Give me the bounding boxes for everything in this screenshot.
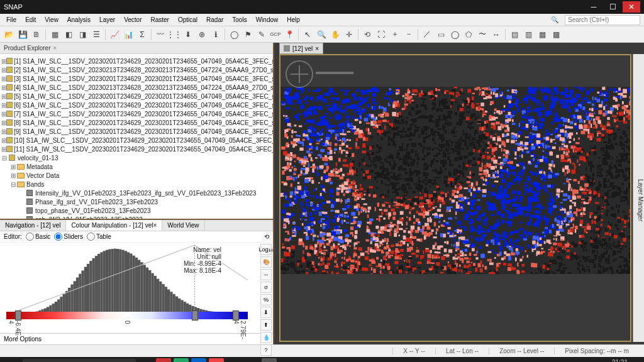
menu-file[interactable]: File (3, 15, 20, 25)
gcp2-icon[interactable]: GCP (269, 28, 282, 41)
export-icon[interactable]: ⬆ (260, 319, 272, 331)
product-node[interactable]: ⊞[6] S1A_IW_SLC__1SDV_20230201T234629_20… (1, 101, 272, 109)
label-icon[interactable]: ✎ (255, 28, 268, 41)
tile4-icon[interactable]: ▩ (550, 28, 562, 41)
pin-icon[interactable]: 📍 (283, 28, 296, 41)
histogram-chart[interactable]: Name: vel Unit: null Min: -8.99E-4 Max: … (6, 245, 248, 310)
app-icon[interactable]: ✉ (191, 358, 206, 362)
minimize-button[interactable]: ─ (585, 1, 602, 13)
product-node-open[interactable]: ⊟velocity_01-13 (1, 153, 272, 162)
tile3-icon[interactable]: ▦ (536, 28, 548, 41)
reset-icon[interactable]: ⟲ (264, 233, 269, 240)
maximize-button[interactable]: ☐ (604, 1, 621, 13)
import-icon[interactable]: ⬇ (260, 307, 272, 318)
tile2-icon[interactable]: ▥ (522, 28, 535, 41)
app-icon[interactable]: ⬤ (262, 358, 277, 362)
editor-basic[interactable]: Basic (26, 233, 50, 241)
menu-optical[interactable]: Optical (174, 15, 201, 25)
chart-icon[interactable]: 📈 (108, 28, 121, 41)
draw-poly-icon[interactable]: ⬠ (462, 28, 475, 41)
zoom-icon[interactable]: 🔍 (315, 28, 328, 41)
flag-icon[interactable]: ⚑ (242, 28, 254, 41)
product-node[interactable]: ⊞[10] S1A_IW_SLC__1SDV_20230201T234629_2… (1, 136, 272, 145)
close-button[interactable]: ✕ (623, 1, 640, 13)
zoomin-icon[interactable]: ＋ (389, 28, 401, 41)
tab-colour-manipulation[interactable]: Colour Manipulation - [12] vel× (66, 220, 162, 231)
layer-manager-tab[interactable]: Layer Manager (633, 54, 644, 342)
log-scale-button[interactable]: Log₁₀ (260, 244, 272, 255)
editor-table[interactable]: Table (87, 233, 111, 241)
folder-metadata[interactable]: ⊞Metadata (1, 162, 272, 171)
product-node[interactable]: ⊞[1] S1A_IW_SLC__1SDV_20230201T234629_20… (1, 57, 272, 65)
band-node[interactable]: Phase_ifg_srd_VV_01Feb2023_13Feb2023 (1, 197, 272, 206)
menu-window[interactable]: Window (252, 15, 282, 25)
menu-radar[interactable]: Radar (203, 15, 227, 25)
product-node[interactable]: ⊞[11] S1A_IW_SLC__1SDV_20230201T234629_2… (1, 145, 272, 153)
app-icon[interactable]: P (156, 358, 171, 362)
menu-view[interactable]: View (41, 15, 62, 25)
close-panel-icon[interactable]: × (53, 45, 57, 52)
folder-vector-data[interactable]: ⊞Vector Data (1, 171, 272, 180)
profile-icon[interactable]: 〰 (154, 28, 167, 41)
draw-free-icon[interactable]: 〜 (476, 28, 489, 41)
open-icon[interactable]: 📂 (3, 28, 15, 41)
layer-icon[interactable]: ◧ (62, 28, 75, 41)
saveall-icon[interactable]: 🗎 (30, 28, 43, 41)
tile1-icon[interactable]: ▤ (508, 28, 521, 41)
product-node[interactable]: ⊞[8] S1A_IW_SLC__1SDV_20230201T234629_20… (1, 118, 272, 127)
sync-icon[interactable]: ⟲ (361, 28, 374, 41)
image-viewport[interactable] (279, 54, 631, 342)
range-icon[interactable]: ↔ (260, 269, 272, 280)
band-node[interactable]: topo_phase_VV_01Feb2023_13Feb2023 (1, 206, 272, 215)
mask-icon[interactable]: ◨ (76, 28, 89, 41)
colour-gradient-slider[interactable] (6, 312, 248, 319)
close-view-icon[interactable]: × (315, 45, 319, 52)
product-node[interactable]: ⊞[2] S1A_IW_SLC__1SDV_20230213T234628_20… (1, 65, 272, 74)
help-icon[interactable]: ? (260, 344, 272, 356)
navigation-wheel-icon[interactable] (286, 60, 313, 88)
tab-world-view[interactable]: World View (162, 220, 204, 231)
range-icon[interactable]: ↔ (490, 28, 502, 41)
product-tree[interactable]: ⊞[1] S1A_IW_SLC__1SDV_20230201T234629_20… (0, 54, 273, 219)
pan-icon[interactable]: ✋ (329, 28, 341, 41)
slider-thumb-mid[interactable] (192, 310, 198, 321)
product-node[interactable]: ⊞[5] S1A_IW_SLC__1SDV_20230201T234629_20… (1, 92, 272, 101)
zoomall-icon[interactable]: ⛶ (375, 28, 387, 41)
select-icon[interactable]: ↖ (301, 28, 314, 41)
pins-icon[interactable]: ⬇ (182, 28, 194, 41)
scatter-icon[interactable]: ⋮⋮ (168, 28, 180, 41)
more-options[interactable]: More Options (0, 333, 273, 344)
task-view-icon[interactable]: ⧉ (138, 358, 153, 362)
stretch1-icon[interactable]: σ (260, 282, 272, 293)
close-tab-icon[interactable]: × (153, 222, 157, 229)
start-button[interactable]: ⊞ (3, 358, 20, 362)
menu-tools[interactable]: Tools (228, 15, 250, 25)
product-explorer-tab[interactable]: Product Explorer× (0, 43, 273, 54)
c2-icon[interactable]: ◯ (228, 28, 240, 41)
draw-line-icon[interactable]: ／ (421, 28, 433, 41)
stretch2-icon[interactable]: % (260, 294, 272, 305)
save-icon[interactable]: 💾 (16, 28, 29, 41)
band-node[interactable]: Intensity_ifg_VV_01Feb2023_13Feb2023_ifg… (1, 189, 272, 197)
menu-edit[interactable]: Edit (21, 15, 40, 25)
dropper-icon[interactable]: 💧 (260, 332, 272, 343)
draw-ellipse-icon[interactable]: ◯ (448, 28, 461, 41)
tray-clock[interactable]: 21:2113-12-2023 (596, 359, 628, 362)
product-node[interactable]: ⊞[7] S1A_IW_SLC__1SDV_20230201T234629_20… (1, 109, 272, 118)
hist-icon[interactable]: 📊 (122, 28, 135, 41)
search-input[interactable] (565, 15, 640, 25)
zoomout-icon[interactable]: － (402, 28, 415, 41)
menu-analysis[interactable]: Analysis (64, 15, 94, 25)
app-icon[interactable]: 📁 (279, 358, 294, 362)
rgb-icon[interactable]: ▦ (48, 28, 61, 41)
menu-layer[interactable]: Layer (96, 15, 119, 25)
folder-bands[interactable]: ⊟Bands (1, 180, 272, 189)
slider-thumb-max[interactable] (233, 310, 239, 321)
draw-rect-icon[interactable]: ▭ (435, 28, 447, 41)
image-view-tab[interactable]: [12] vel × (279, 43, 323, 54)
menu-raster[interactable]: Raster (147, 15, 172, 25)
zoom-slider[interactable] (316, 72, 353, 74)
slider-thumb-min[interactable] (15, 310, 21, 321)
app-icon[interactable]: ▦ (174, 358, 189, 362)
gcp-icon[interactable]: ⊕ (196, 28, 208, 41)
